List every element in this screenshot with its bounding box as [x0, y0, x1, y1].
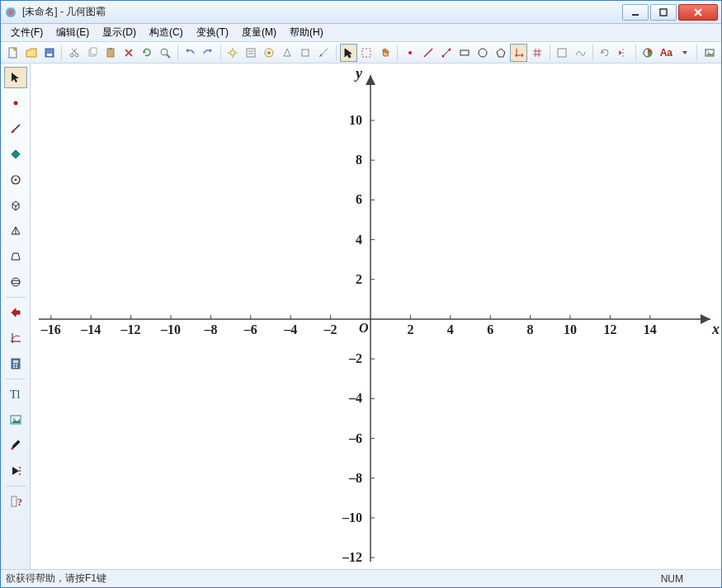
tool-icon-4[interactable]	[315, 44, 333, 62]
animate-sidebar-icon[interactable]	[4, 460, 27, 482]
undo-icon[interactable]	[181, 44, 198, 62]
circle-tool-icon[interactable]	[474, 44, 491, 62]
save-icon[interactable]	[40, 44, 58, 62]
svg-text:–6: –6	[348, 431, 362, 445]
separator	[177, 45, 178, 61]
svg-point-55	[12, 130, 14, 133]
help-sidebar-icon[interactable]: ?	[4, 491, 27, 512]
point-sidebar-icon[interactable]	[4, 92, 27, 114]
text-style-icon[interactable]: Aa	[658, 44, 675, 62]
tool-icon-2[interactable]	[279, 44, 296, 62]
titlebar: [未命名] - 几何图霸	[1, 1, 721, 24]
menu-file[interactable]: 文件(F)	[4, 24, 50, 41]
separator	[6, 486, 26, 487]
rect-tool-icon[interactable]	[455, 44, 473, 62]
svg-text:12: 12	[603, 322, 616, 336]
menubar: 文件(F) 编辑(E) 显示(D) 构造(C) 变换(T) 度量(M) 帮助(H…	[1, 24, 721, 42]
svg-text:2: 2	[407, 322, 413, 336]
svg-text:–8: –8	[203, 322, 217, 336]
menu-transform[interactable]: 变换(T)	[190, 24, 235, 41]
svg-rect-16	[109, 48, 112, 49]
svg-text:6: 6	[487, 322, 493, 336]
image-sidebar-icon[interactable]	[4, 409, 27, 430]
point-tool-icon[interactable]	[401, 44, 418, 62]
svg-text:–12: –12	[120, 322, 141, 336]
svg-line-20	[167, 54, 170, 58]
color-picker-icon[interactable]	[639, 44, 657, 62]
paste-icon[interactable]	[101, 44, 119, 62]
svg-text:–2: –2	[323, 322, 337, 336]
text-sidebar-icon[interactable]: Tl	[4, 383, 27, 405]
line-sidebar-icon[interactable]	[4, 118, 27, 139]
hand-icon[interactable]	[376, 44, 394, 62]
calculator-sidebar-icon[interactable]	[4, 353, 27, 374]
segment-tool-icon[interactable]	[437, 44, 455, 62]
transform-sidebar-icon[interactable]	[4, 302, 27, 323]
svg-rect-65	[16, 364, 17, 365]
select-area-icon[interactable]	[358, 44, 375, 62]
delete-icon[interactable]	[120, 44, 137, 62]
trace-tool-icon[interactable]	[572, 44, 589, 62]
rotate-icon[interactable]	[597, 44, 614, 62]
refresh-icon[interactable]	[138, 44, 155, 62]
status-help-text: 欲获得帮助，请按F1键	[6, 572, 106, 586]
svg-rect-15	[107, 49, 114, 57]
label-tool-icon[interactable]	[553, 44, 570, 62]
gear-icon[interactable]	[224, 44, 242, 62]
polygon-tool-icon[interactable]	[492, 44, 509, 62]
svg-text:14: 14	[644, 322, 657, 336]
menu-view[interactable]: 显示(D)	[96, 24, 143, 41]
redo-icon[interactable]	[200, 44, 217, 62]
svg-text:–8: –8	[348, 471, 362, 485]
properties-icon[interactable]	[243, 44, 260, 62]
svg-point-10	[75, 54, 78, 57]
main-toolbar: Aa	[1, 42, 721, 64]
graph-sidebar-icon[interactable]	[4, 327, 27, 349]
sphere-sidebar-icon[interactable]	[4, 271, 27, 293]
pen-sidebar-icon[interactable]	[4, 435, 27, 456]
cut-icon[interactable]	[65, 44, 83, 62]
dropdown-icon[interactable]	[676, 44, 693, 62]
svg-text:?: ?	[17, 496, 22, 508]
menu-construct[interactable]: 构造(C)	[143, 24, 190, 41]
status-num: NUM	[661, 573, 683, 585]
maximize-button[interactable]	[650, 4, 677, 21]
grid-tool-icon[interactable]	[528, 44, 545, 62]
tool-icon-1[interactable]	[261, 44, 278, 62]
menu-help[interactable]: 帮助(H)	[283, 24, 330, 41]
axis-tool-icon[interactable]	[510, 44, 527, 62]
statusbar: 欲获得帮助，请按F1键 NUM	[1, 569, 721, 587]
tool-icon-3[interactable]	[297, 44, 314, 62]
svg-text:–6: –6	[243, 322, 257, 336]
copy-icon[interactable]	[83, 44, 101, 62]
cube-sidebar-icon[interactable]	[4, 195, 27, 216]
circle-sidebar-icon[interactable]	[4, 169, 27, 191]
svg-text:10: 10	[564, 322, 577, 336]
svg-point-52	[707, 51, 709, 53]
new-file-icon[interactable]	[4, 44, 21, 62]
frustum-sidebar-icon[interactable]	[4, 246, 27, 267]
menu-edit[interactable]: 编辑(E)	[50, 24, 96, 41]
svg-point-58	[12, 278, 20, 286]
pyramid-sidebar-icon[interactable]	[4, 220, 27, 242]
image-tool-icon[interactable]	[701, 44, 718, 62]
svg-rect-67	[16, 366, 17, 368]
menu-measure[interactable]: 度量(M)	[235, 24, 283, 41]
svg-point-57	[14, 179, 17, 181]
pointer-tool-icon[interactable]	[340, 44, 357, 62]
minimize-button[interactable]	[622, 4, 649, 21]
svg-rect-31	[302, 49, 309, 56]
line-tool-icon[interactable]	[419, 44, 437, 62]
svg-text:x: x	[711, 321, 720, 337]
open-file-icon[interactable]	[22, 44, 40, 62]
polygon-sidebar-icon[interactable]	[4, 143, 27, 165]
reflect-icon[interactable]	[615, 44, 632, 62]
select-tool-icon[interactable]	[4, 67, 27, 88]
coordinate-canvas[interactable]: –16–14–12–10–8–6–4–22468101214–12–10–8–6…	[31, 64, 721, 569]
close-button[interactable]	[678, 4, 718, 21]
separator	[550, 45, 550, 61]
find-icon[interactable]	[156, 44, 173, 62]
svg-point-1	[8, 10, 13, 15]
svg-point-21	[230, 50, 235, 55]
svg-line-37	[443, 49, 450, 56]
